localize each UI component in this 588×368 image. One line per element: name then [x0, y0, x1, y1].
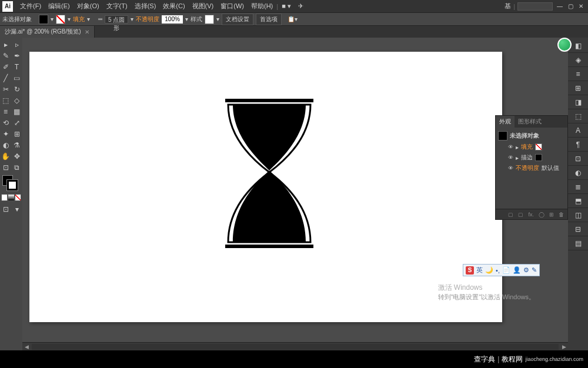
tool-scale[interactable]: ▦	[11, 106, 22, 117]
scroll-track[interactable]	[32, 344, 559, 350]
dock-artboards[interactable]: ⬒	[568, 194, 588, 208]
panel-fx-button[interactable]: fx.	[528, 212, 534, 218]
cloud-icon[interactable]: ✈	[295, 2, 307, 10]
stroke-profile[interactable]: 5 点圆形	[105, 15, 128, 24]
tool-column-graph[interactable]: ⧉	[11, 162, 22, 173]
visibility-icon[interactable]: 👁	[507, 144, 513, 150]
dock-symbols[interactable]: ◨	[568, 95, 588, 109]
tool-paintbrush[interactable]: ✂	[0, 83, 11, 95]
ime-icon[interactable]: 英	[476, 266, 483, 275]
panel-opacity-row[interactable]: 👁 不透明度 默认值	[498, 163, 565, 173]
tool-type[interactable]: T	[11, 61, 22, 72]
tool-magic-wand[interactable]: ✎	[0, 50, 11, 61]
tool-rectangle[interactable]: ▭	[11, 72, 22, 83]
fill-swatch[interactable]	[39, 15, 48, 24]
horizontal-scrollbar[interactable]: ◀ ▶	[22, 342, 568, 350]
dock-appearance[interactable]: ⊡	[568, 152, 588, 166]
menu-file[interactable]: 文件(F)	[16, 2, 45, 11]
color-none[interactable]	[15, 194, 21, 201]
dock-stroke[interactable]: ⬚	[568, 109, 588, 123]
panel-tab-appearance[interactable]: 外观	[496, 116, 514, 128]
minimize-button[interactable]: —	[555, 2, 564, 11]
scroll-left-icon[interactable]: ◀	[22, 343, 31, 351]
artboard[interactable]	[29, 52, 502, 322]
panel-stroke-row[interactable]: 👁 ▸ 描边	[498, 152, 565, 163]
dock-transform[interactable]: ◫	[568, 208, 588, 222]
color-solid[interactable]	[1, 194, 8, 201]
visibility-icon[interactable]: 👁	[507, 155, 513, 160]
dock-swatches[interactable]: ≡	[568, 67, 588, 81]
panel-trash-icon[interactable]: 🗑	[559, 212, 564, 218]
tool-pen[interactable]: ✐	[0, 61, 11, 72]
tool-line[interactable]: ╱	[0, 72, 11, 83]
menu-view[interactable]: 视图(V)	[189, 2, 218, 11]
ime-icon[interactable]: •,	[496, 267, 500, 274]
menu-effect[interactable]: 效果(C)	[159, 2, 188, 11]
tool-lasso[interactable]: ✒	[11, 50, 22, 61]
ime-icon[interactable]: 👤	[513, 266, 521, 274]
fill-stroke-swatches[interactable]	[1, 175, 21, 192]
ime-icon[interactable]: 📄	[502, 266, 510, 274]
panel-stroke-swatch[interactable]	[535, 154, 542, 161]
panel-fill-swatch[interactable]	[535, 143, 542, 150]
dock-layers[interactable]: ≣	[568, 180, 588, 194]
scroll-right-icon[interactable]: ▶	[560, 343, 568, 351]
screen-mode[interactable]: ⊡	[0, 203, 11, 215]
tool-perspective[interactable]: ⊞	[11, 128, 22, 139]
menu-type[interactable]: 文字(T)	[103, 2, 131, 11]
ime-icon[interactable]: ✎	[532, 266, 537, 274]
color-gradient[interactable]	[8, 194, 14, 201]
tool-gradient[interactable]: ⚗	[11, 139, 22, 150]
tool-rotate[interactable]: ≡	[0, 106, 11, 117]
ime-toolbar[interactable]: S 英 🌙 •, 📄 👤 ⚙ ✎	[463, 264, 540, 276]
dock-gradient[interactable]: A	[568, 123, 588, 138]
tool-free-transform[interactable]: ⤢	[11, 117, 22, 128]
appearance-panel[interactable]: 外观 图形样式 未选择对象 👁 ▸ 填充 👁 ▸ 描边 👁 不透明度 默认值 ▢…	[495, 115, 568, 220]
panel-clear-icon[interactable]: ◯	[539, 212, 544, 218]
dock-brushes[interactable]: ⊞	[568, 81, 588, 95]
tool-shape-builder[interactable]: ✦	[0, 128, 11, 139]
workspace-label[interactable]: ■ ▾	[278, 2, 295, 10]
document-tab[interactable]: 沙漏.ai* @ 200% (RGB/预览) ✕	[0, 26, 95, 38]
menu-edit[interactable]: 编辑(E)	[45, 2, 74, 11]
workspace-name[interactable]: 基	[505, 2, 511, 11]
menu-object[interactable]: 对象(O)	[74, 2, 103, 11]
search-input[interactable]	[517, 2, 553, 11]
tool-width[interactable]: ⟲	[0, 117, 11, 128]
preferences-button[interactable]: 首选项	[256, 14, 282, 25]
dock-transparency[interactable]: ¶	[568, 138, 588, 152]
tool-eyedropper[interactable]: ✋	[0, 150, 11, 162]
document-setup-button[interactable]: 文档设置	[222, 14, 253, 25]
panel-fill-row[interactable]: 👁 ▸ 填充	[498, 142, 565, 152]
tool-blend[interactable]: ✥	[11, 150, 22, 162]
panel-new-stroke-icon[interactable]: ▢	[518, 212, 523, 218]
ime-icon[interactable]: 🌙	[485, 266, 493, 274]
close-button[interactable]: ✕	[576, 2, 586, 11]
tool-symbol-sprayer[interactable]: ⊡	[0, 162, 11, 173]
maximize-button[interactable]: ▢	[566, 2, 575, 11]
screen-mode-toggle[interactable]: ▾	[11, 203, 22, 215]
opacity-input[interactable]: 100%	[162, 15, 183, 24]
panel-new-fill-icon[interactable]: ▢	[508, 212, 513, 218]
tool-mesh[interactable]: ◐	[0, 139, 11, 150]
cloud-sync-badge[interactable]	[557, 38, 572, 52]
tool-direct-selection[interactable]: ▹	[11, 39, 22, 50]
tool-selection[interactable]: ▸	[0, 39, 11, 50]
ime-icon[interactable]: ⚙	[523, 266, 529, 274]
menu-select[interactable]: 选择(S)	[131, 2, 160, 11]
style-swatch[interactable]	[205, 15, 214, 24]
dock-graphic-styles[interactable]: ◐	[568, 166, 588, 180]
tool-eraser[interactable]: ◇	[11, 95, 22, 106]
dock-color-guide[interactable]: ◈	[568, 53, 588, 67]
dock-pathfinder[interactable]: ▤	[568, 236, 588, 250]
stroke-swatch[interactable]	[56, 15, 65, 24]
visibility-icon[interactable]: 👁	[507, 165, 513, 171]
dock-align[interactable]: ⊟	[568, 222, 588, 236]
stroke-color[interactable]	[7, 180, 18, 190]
canvas-area[interactable]: S 英 🌙 •, 📄 👤 ⚙ ✎ 激活 Windows 转到"电脑设置"以激活 …	[22, 38, 568, 350]
menu-window[interactable]: 窗口(W)	[217, 2, 248, 11]
tab-close-icon[interactable]: ✕	[85, 29, 89, 35]
panel-tab-graphic-styles[interactable]: 图形样式	[514, 116, 545, 128]
panel-duplicate-icon[interactable]: ⊞	[549, 212, 554, 218]
tool-blob-brush[interactable]: ⬚	[0, 95, 11, 106]
